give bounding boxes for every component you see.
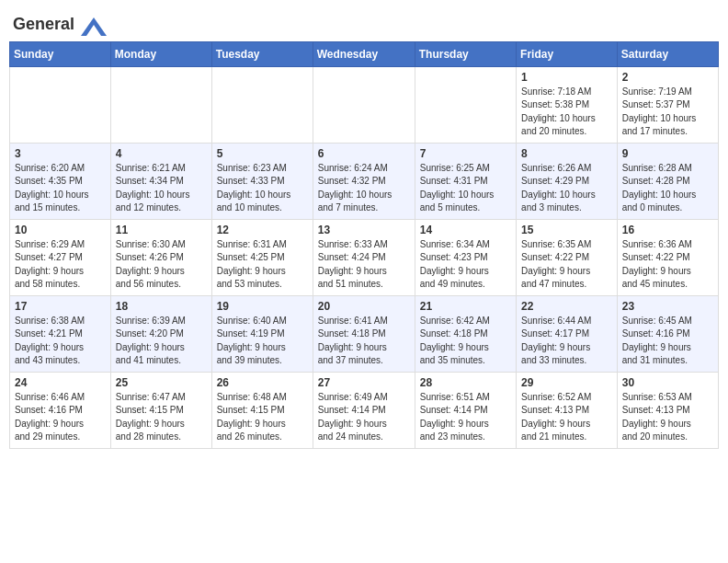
calendar-week-1: 1Sunrise: 7:18 AMSunset: 5:38 PMDaylight… xyxy=(10,66,719,143)
day-number: 7 xyxy=(420,147,511,160)
day-info: Sunrise: 6:25 AMSunset: 4:31 PMDaylight:… xyxy=(420,162,511,215)
day-number: 6 xyxy=(318,147,410,160)
calendar-cell: 13Sunrise: 6:33 AMSunset: 4:24 PMDayligh… xyxy=(313,219,415,295)
day-number: 19 xyxy=(217,300,308,313)
day-info: Sunrise: 6:33 AMSunset: 4:24 PMDaylight:… xyxy=(318,238,410,292)
calendar-cell: 21Sunrise: 6:42 AMSunset: 4:18 PMDayligh… xyxy=(415,295,516,372)
day-info: Sunrise: 6:39 AMSunset: 4:20 PMDaylight:… xyxy=(116,315,207,368)
day-number: 29 xyxy=(521,376,612,389)
day-number: 13 xyxy=(318,224,410,236)
day-number: 2 xyxy=(622,71,713,84)
calendar-cell xyxy=(110,66,211,143)
weekday-header-sunday: Sunday xyxy=(10,41,111,66)
calendar-week-2: 3Sunrise: 6:20 AMSunset: 4:35 PMDaylight… xyxy=(10,143,719,219)
day-number: 17 xyxy=(15,300,106,313)
day-number: 30 xyxy=(622,376,713,389)
day-number: 26 xyxy=(217,376,308,389)
day-info: Sunrise: 6:35 AMSunset: 4:22 PMDaylight:… xyxy=(521,238,612,292)
day-info: Sunrise: 6:49 AMSunset: 4:14 PMDaylight:… xyxy=(318,391,410,444)
day-number: 4 xyxy=(116,147,207,160)
weekday-header-row: SundayMondayTuesdayWednesdayThursdayFrid… xyxy=(10,41,719,66)
calendar-cell: 20Sunrise: 6:41 AMSunset: 4:18 PMDayligh… xyxy=(313,295,415,372)
calendar-table: SundayMondayTuesdayWednesdayThursdayFrid… xyxy=(9,41,719,449)
day-info: Sunrise: 6:44 AMSunset: 4:17 PMDaylight:… xyxy=(521,315,612,368)
calendar-cell: 14Sunrise: 6:34 AMSunset: 4:23 PMDayligh… xyxy=(415,219,516,295)
calendar-cell: 23Sunrise: 6:45 AMSunset: 4:16 PMDayligh… xyxy=(617,295,718,372)
calendar-cell: 6Sunrise: 6:24 AMSunset: 4:32 PMDaylight… xyxy=(313,143,415,219)
day-info: Sunrise: 6:36 AMSunset: 4:22 PMDaylight:… xyxy=(622,238,713,292)
day-info: Sunrise: 6:51 AMSunset: 4:14 PMDaylight:… xyxy=(420,391,511,444)
calendar-cell xyxy=(10,66,111,143)
calendar-cell: 28Sunrise: 6:51 AMSunset: 4:14 PMDayligh… xyxy=(415,372,516,448)
day-number: 24 xyxy=(15,376,106,389)
page-header: General xyxy=(9,9,719,36)
day-info: Sunrise: 7:18 AMSunset: 5:38 PMDaylight:… xyxy=(521,86,612,139)
calendar-cell: 8Sunrise: 6:26 AMSunset: 4:29 PMDaylight… xyxy=(517,143,618,219)
day-info: Sunrise: 6:21 AMSunset: 4:34 PMDaylight:… xyxy=(116,162,207,215)
calendar-cell: 1Sunrise: 7:18 AMSunset: 5:38 PMDaylight… xyxy=(517,66,618,143)
day-number: 5 xyxy=(217,147,308,160)
calendar-cell xyxy=(211,66,313,143)
calendar-cell: 15Sunrise: 6:35 AMSunset: 4:22 PMDayligh… xyxy=(517,219,618,295)
day-info: Sunrise: 6:28 AMSunset: 4:28 PMDaylight:… xyxy=(622,162,713,215)
calendar-cell xyxy=(313,66,415,143)
calendar-cell: 16Sunrise: 6:36 AMSunset: 4:22 PMDayligh… xyxy=(617,219,718,295)
calendar-cell: 7Sunrise: 6:25 AMSunset: 4:31 PMDaylight… xyxy=(415,143,516,219)
weekday-header-saturday: Saturday xyxy=(617,41,718,66)
day-info: Sunrise: 6:46 AMSunset: 4:16 PMDaylight:… xyxy=(15,391,106,444)
day-number: 15 xyxy=(521,224,612,236)
calendar-cell: 27Sunrise: 6:49 AMSunset: 4:14 PMDayligh… xyxy=(313,372,415,448)
day-info: Sunrise: 6:38 AMSunset: 4:21 PMDaylight:… xyxy=(15,315,106,368)
calendar-week-5: 24Sunrise: 6:46 AMSunset: 4:16 PMDayligh… xyxy=(10,372,719,448)
day-number: 12 xyxy=(217,224,308,236)
weekday-header-friday: Friday xyxy=(517,41,618,66)
calendar-cell: 17Sunrise: 6:38 AMSunset: 4:21 PMDayligh… xyxy=(10,295,111,372)
calendar-cell: 26Sunrise: 6:48 AMSunset: 4:15 PMDayligh… xyxy=(211,372,313,448)
weekday-header-monday: Monday xyxy=(110,41,211,66)
calendar-cell: 29Sunrise: 6:52 AMSunset: 4:13 PMDayligh… xyxy=(517,372,618,448)
day-info: Sunrise: 6:29 AMSunset: 4:27 PMDaylight:… xyxy=(15,238,106,292)
day-number: 14 xyxy=(420,224,511,236)
calendar-week-3: 10Sunrise: 6:29 AMSunset: 4:27 PMDayligh… xyxy=(10,219,719,295)
calendar-cell: 9Sunrise: 6:28 AMSunset: 4:28 PMDaylight… xyxy=(617,143,718,219)
calendar-cell: 5Sunrise: 6:23 AMSunset: 4:33 PMDaylight… xyxy=(211,143,313,219)
day-info: Sunrise: 6:30 AMSunset: 4:26 PMDaylight:… xyxy=(116,238,207,292)
day-number: 9 xyxy=(622,147,713,160)
day-number: 11 xyxy=(116,224,207,236)
calendar-week-4: 17Sunrise: 6:38 AMSunset: 4:21 PMDayligh… xyxy=(10,295,719,372)
day-info: Sunrise: 6:40 AMSunset: 4:19 PMDaylight:… xyxy=(217,315,308,368)
day-info: Sunrise: 6:53 AMSunset: 4:13 PMDaylight:… xyxy=(622,391,713,444)
calendar-cell xyxy=(415,66,516,143)
day-info: Sunrise: 6:34 AMSunset: 4:23 PMDaylight:… xyxy=(420,238,511,292)
calendar-cell: 24Sunrise: 6:46 AMSunset: 4:16 PMDayligh… xyxy=(10,372,111,448)
day-info: Sunrise: 6:45 AMSunset: 4:16 PMDaylight:… xyxy=(622,315,713,368)
day-info: Sunrise: 6:41 AMSunset: 4:18 PMDaylight:… xyxy=(318,315,410,368)
day-info: Sunrise: 6:31 AMSunset: 4:25 PMDaylight:… xyxy=(217,238,308,292)
calendar-cell: 18Sunrise: 6:39 AMSunset: 4:20 PMDayligh… xyxy=(110,295,211,372)
calendar-cell: 4Sunrise: 6:21 AMSunset: 4:34 PMDaylight… xyxy=(110,143,211,219)
day-number: 3 xyxy=(15,147,106,160)
day-info: Sunrise: 6:42 AMSunset: 4:18 PMDaylight:… xyxy=(420,315,511,368)
day-info: Sunrise: 6:23 AMSunset: 4:33 PMDaylight:… xyxy=(217,162,308,215)
day-number: 22 xyxy=(521,300,612,313)
day-info: Sunrise: 6:48 AMSunset: 4:15 PMDaylight:… xyxy=(217,391,308,444)
day-number: 27 xyxy=(318,376,410,389)
logo: General xyxy=(13,15,107,36)
calendar-cell: 3Sunrise: 6:20 AMSunset: 4:35 PMDaylight… xyxy=(10,143,111,219)
weekday-header-thursday: Thursday xyxy=(415,41,516,66)
calendar-cell: 12Sunrise: 6:31 AMSunset: 4:25 PMDayligh… xyxy=(211,219,313,295)
day-number: 20 xyxy=(318,300,410,313)
weekday-header-wednesday: Wednesday xyxy=(313,41,415,66)
calendar-cell: 22Sunrise: 6:44 AMSunset: 4:17 PMDayligh… xyxy=(517,295,618,372)
day-number: 8 xyxy=(521,147,612,160)
day-info: Sunrise: 6:52 AMSunset: 4:13 PMDaylight:… xyxy=(521,391,612,444)
day-info: Sunrise: 6:20 AMSunset: 4:35 PMDaylight:… xyxy=(15,162,106,215)
calendar-cell: 10Sunrise: 6:29 AMSunset: 4:27 PMDayligh… xyxy=(10,219,111,295)
day-number: 10 xyxy=(15,224,106,236)
day-number: 16 xyxy=(622,224,713,236)
calendar-cell: 11Sunrise: 6:30 AMSunset: 4:26 PMDayligh… xyxy=(110,219,211,295)
day-number: 1 xyxy=(521,71,612,84)
weekday-header-tuesday: Tuesday xyxy=(211,41,313,66)
calendar-cell: 2Sunrise: 7:19 AMSunset: 5:37 PMDaylight… xyxy=(617,66,718,143)
day-number: 25 xyxy=(116,376,207,389)
